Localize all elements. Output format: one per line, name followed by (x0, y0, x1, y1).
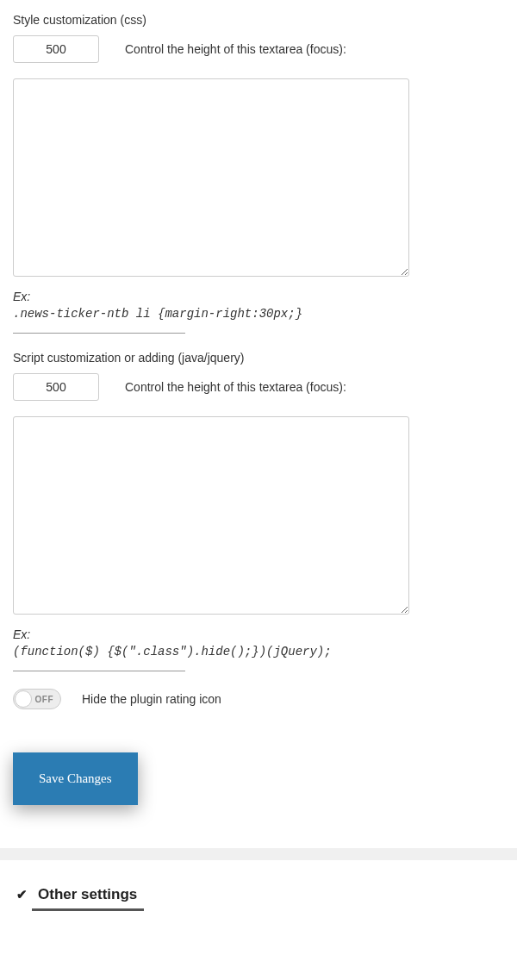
other-settings-title: Other settings (38, 886, 137, 903)
check-icon: ✔ (16, 887, 28, 902)
save-changes-button[interactable]: Save Changes (13, 752, 138, 805)
css-textarea[interactable] (13, 78, 409, 277)
section-gap (0, 848, 517, 860)
other-settings-header[interactable]: ✔ Other settings (13, 886, 504, 903)
other-settings-underline (32, 908, 144, 911)
css-customization-label: Style customization (css) (13, 13, 504, 27)
rating-toggle-row: OFF Hide the plugin rating icon (13, 689, 504, 709)
css-example-code: .news-ticker-ntb li {margin-right:30px;} (13, 307, 504, 321)
script-height-row: Control the height of this textarea (foc… (13, 373, 504, 401)
divider (13, 671, 185, 671)
script-height-hint: Control the height of this textarea (foc… (125, 380, 346, 394)
toggle-state-text: OFF (35, 695, 54, 704)
css-example-label: Ex: (13, 290, 504, 303)
hide-rating-toggle[interactable]: OFF (13, 689, 61, 709)
divider (13, 333, 185, 334)
script-textarea[interactable] (13, 416, 409, 615)
script-customization-label: Script customization or adding (java/jqu… (13, 351, 504, 365)
script-example-label: Ex: (13, 627, 504, 641)
css-height-row: Control the height of this textarea (foc… (13, 35, 504, 63)
script-height-input[interactable] (13, 373, 99, 401)
hide-rating-label: Hide the plugin rating icon (82, 692, 221, 706)
css-height-input[interactable] (13, 35, 99, 63)
css-height-hint: Control the height of this textarea (foc… (125, 42, 346, 56)
script-example-code: (function($) {$(".class").hide();})(jQue… (13, 645, 504, 659)
toggle-knob (15, 690, 32, 708)
